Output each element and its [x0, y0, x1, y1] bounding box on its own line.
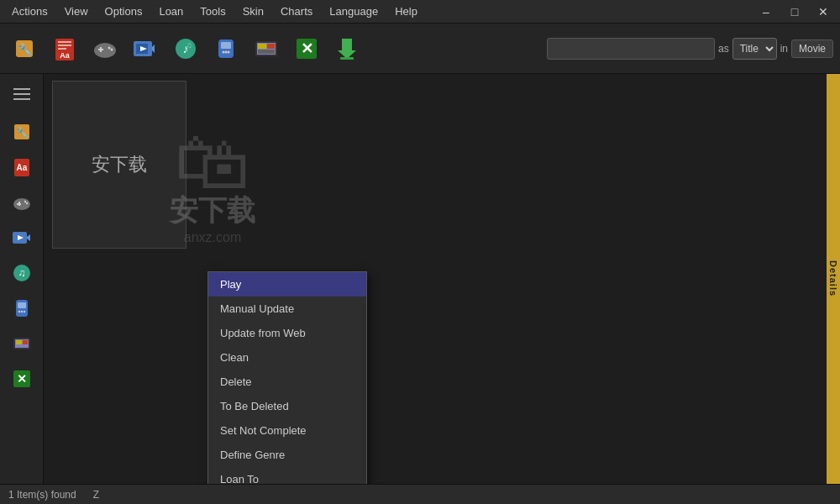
hamburger-line-3 — [13, 98, 30, 100]
toolbar-wrench[interactable]: 🔧 — [7, 31, 42, 66]
sidebar-item-book[interactable]: Aa — [6, 151, 38, 183]
toolbar-handheld[interactable] — [208, 31, 244, 66]
hamburger-line-2 — [13, 93, 30, 95]
svg-marker-43 — [27, 234, 30, 241]
search-input[interactable] — [547, 38, 715, 60]
svg-rect-4 — [58, 45, 71, 46]
sidebar-item-handheld[interactable] — [6, 292, 38, 324]
svg-rect-55 — [23, 340, 28, 344]
svg-point-51 — [23, 311, 24, 312]
sidebar-item-excel[interactable]: ✕ — [6, 363, 38, 395]
svg-rect-20 — [221, 42, 231, 49]
svg-marker-31 — [338, 39, 356, 59]
statusbar: 1 Item(s) found Z — [0, 484, 840, 504]
hamburger-line-1 — [13, 88, 30, 90]
svg-rect-26 — [258, 44, 266, 49]
menu-tools[interactable]: Tools — [192, 2, 234, 21]
svg-point-37 — [13, 198, 30, 210]
toolbar-video[interactable] — [128, 31, 163, 66]
ctx-set-not-complete[interactable]: Set Not Complete — [208, 418, 366, 443]
menu-charts[interactable]: Charts — [272, 2, 321, 21]
content-area: 安下载 🛍 安下载 anxz.com Play Manual Update Up… — [44, 74, 827, 484]
svg-point-49 — [18, 311, 19, 312]
menu-skin[interactable]: Skin — [234, 2, 272, 21]
svg-text:Aa: Aa — [16, 163, 27, 172]
ctx-delete[interactable]: Delete — [208, 370, 366, 394]
svg-rect-48 — [18, 302, 26, 308]
svg-rect-9 — [98, 49, 103, 50]
toolbar-gamepad[interactable] — [87, 31, 123, 66]
search-area: as Title in Movie — [547, 38, 833, 60]
details-sidebar[interactable]: Details — [827, 74, 840, 484]
menu-options[interactable]: Options — [97, 2, 151, 21]
svg-rect-39 — [17, 203, 21, 205]
ctx-update-from-web[interactable]: Update from Web — [208, 321, 366, 345]
movie-card[interactable]: 安下载 — [52, 81, 186, 249]
watermark: 🛍 安下载 anxz.com — [170, 124, 255, 245]
svg-text:✕: ✕ — [301, 40, 313, 57]
sidebar-item-music[interactable]: ♫ — [6, 257, 38, 289]
shortcut-key: Z — [93, 489, 99, 501]
svg-point-23 — [228, 50, 230, 53]
close-button[interactable]: ✕ — [810, 3, 837, 21]
menu-view[interactable]: View — [56, 2, 97, 21]
left-sidebar: 🔧 Aa — [0, 74, 44, 484]
ctx-loan-to[interactable]: Loan To — [208, 467, 366, 484]
toolbar-music[interactable]: ♪ ♫ — [168, 31, 203, 66]
sidebar-item-video[interactable] — [6, 222, 38, 254]
svg-rect-27 — [267, 44, 275, 49]
svg-point-10 — [108, 46, 111, 49]
main-layout: 🔧 Aa — [0, 74, 840, 484]
ctx-clean[interactable]: Clean — [208, 345, 366, 370]
svg-point-22 — [225, 50, 228, 53]
maximize-button[interactable]: □ — [781, 3, 808, 21]
ctx-to-be-deleted[interactable]: To Be Deleted — [208, 394, 366, 418]
svg-rect-5 — [58, 48, 66, 50]
in-label: in — [780, 43, 788, 55]
items-found: 1 Item(s) found — [8, 489, 76, 501]
menu-bar: Actions View Options Loan Tools Skin Cha… — [3, 2, 426, 21]
svg-rect-28 — [258, 50, 275, 54]
menu-language[interactable]: Language — [321, 2, 386, 21]
window-controls: – □ ✕ — [753, 3, 837, 21]
svg-text:♫: ♫ — [18, 267, 25, 279]
toolbar-download[interactable] — [329, 31, 365, 66]
menu-actions[interactable]: Actions — [3, 2, 56, 21]
toolbar: 🔧 Aa ♪ ♫ — [0, 24, 840, 74]
menu-help[interactable]: Help — [386, 2, 426, 21]
svg-point-40 — [24, 201, 25, 202]
movie-card-text: 安下载 — [92, 152, 147, 177]
toolbar-book[interactable]: Aa — [47, 31, 82, 66]
titlebar: Actions View Options Loan Tools Skin Cha… — [0, 0, 840, 24]
svg-text:✕: ✕ — [17, 372, 27, 386]
minimize-button[interactable]: – — [753, 3, 780, 21]
menu-loan[interactable]: Loan — [150, 2, 192, 21]
svg-point-11 — [111, 48, 113, 50]
svg-text:Aa: Aa — [60, 51, 70, 60]
svg-rect-32 — [340, 57, 354, 60]
sidebar-item-gamepad[interactable] — [6, 186, 38, 218]
svg-text:🔧: 🔧 — [18, 43, 33, 57]
sidebar-item-wrench[interactable]: 🔧 — [6, 116, 38, 148]
toolbar-excel[interactable]: ✕ — [289, 31, 324, 66]
svg-text:♫: ♫ — [186, 40, 192, 50]
svg-point-41 — [25, 202, 27, 204]
search-type-select[interactable]: Title — [732, 38, 777, 60]
ctx-manual-update[interactable]: Manual Update — [208, 297, 366, 321]
svg-rect-54 — [16, 340, 22, 344]
sidebar-hamburger[interactable] — [7, 81, 37, 108]
watermark-icon: 🛍 — [175, 124, 250, 200]
ctx-play[interactable]: Play — [208, 272, 366, 297]
ctx-define-genre[interactable]: Define Genre — [208, 443, 366, 467]
svg-marker-13 — [152, 45, 155, 53]
watermark-main-text: 安下载 — [170, 192, 255, 230]
sidebar-item-tv[interactable] — [6, 328, 38, 360]
svg-point-21 — [223, 50, 225, 53]
context-menu: Play Manual Update Update from Web Clean… — [207, 271, 367, 484]
svg-rect-3 — [58, 41, 71, 43]
svg-point-50 — [20, 311, 22, 312]
toolbar-tv[interactable] — [249, 31, 284, 66]
watermark-url: anxz.com — [184, 230, 241, 245]
svg-text:🔧: 🔧 — [15, 126, 28, 139]
search-in-value: Movie — [791, 39, 833, 58]
